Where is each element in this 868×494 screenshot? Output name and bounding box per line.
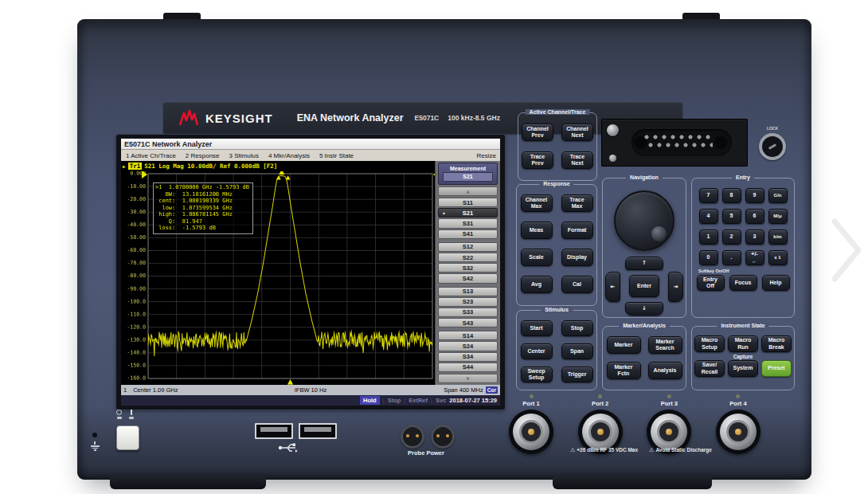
enter-button[interactable]: Enter bbox=[629, 275, 659, 297]
macro-break-button[interactable]: Macro Break bbox=[761, 335, 792, 352]
analysis-button[interactable]: Analysis bbox=[648, 362, 682, 379]
separator: | bbox=[431, 397, 432, 404]
stop-button[interactable]: Stop bbox=[561, 320, 593, 336]
probe-power-label: Probe Power bbox=[391, 449, 461, 457]
softkey-scroll-up[interactable]: ▲ bbox=[438, 186, 498, 196]
softkey-list: S11S21S31S41S12S22S32S42S13S23S33S43S14S… bbox=[438, 198, 498, 372]
test-ports: Port 1 Port 2 Port 3 Port 4 bbox=[506, 394, 763, 454]
softkey-button[interactable]: S32 bbox=[438, 263, 498, 272]
marker-button[interactable]: Marker bbox=[607, 336, 641, 354]
softkey-button[interactable]: S33 bbox=[438, 308, 498, 317]
softkey-button[interactable]: S42 bbox=[438, 273, 498, 283]
keypad-key[interactable]: G/n bbox=[768, 188, 788, 203]
plot-region: ▶ Tr1 S21 Log Mag 10.00dB/ Ref 0.000dB [… bbox=[121, 161, 435, 385]
navigation-pad: ↑ ⇤ Enter ⇥ ↓ bbox=[604, 257, 684, 316]
menu-item[interactable]: 2 Response bbox=[181, 152, 225, 159]
menu-item[interactable]: 3 Stimulus bbox=[225, 152, 264, 159]
trace-prev-button[interactable]: Trace Prev bbox=[522, 151, 553, 169]
entry-off-button[interactable]: Entry Off bbox=[697, 275, 725, 291]
format-button[interactable]: Format bbox=[561, 222, 593, 239]
cal-button[interactable]: Cal bbox=[561, 276, 593, 293]
softkey-button[interactable]: S44 bbox=[438, 363, 498, 372]
softkey-button[interactable]: S14 bbox=[438, 331, 498, 340]
keypad-key[interactable]: 8 bbox=[722, 188, 741, 203]
power-button[interactable] bbox=[116, 425, 139, 450]
preset-button[interactable]: Preset bbox=[761, 360, 792, 377]
meas-button[interactable]: Meas bbox=[521, 222, 553, 239]
start-button[interactable]: Start bbox=[521, 320, 553, 336]
center-button[interactable]: Center bbox=[521, 343, 553, 359]
nav-down-button[interactable]: ↓ bbox=[625, 302, 663, 316]
menu-item[interactable]: 4 Mkr/Analysis bbox=[264, 152, 315, 159]
softkey-button[interactable]: S31 bbox=[438, 218, 498, 228]
product-name: ENA Network Analyzer bbox=[297, 112, 404, 124]
system-button[interactable]: System bbox=[728, 360, 758, 377]
macro-setup-button[interactable]: Macro Setup bbox=[694, 335, 725, 352]
channel-prev-button[interactable]: Channel Prev bbox=[522, 124, 553, 141]
trace-next-button[interactable]: Trace Next bbox=[561, 151, 593, 169]
keypad-key[interactable]: 7 bbox=[699, 188, 718, 203]
trace-pointer-icon: ▶ bbox=[123, 163, 126, 169]
keypad-key[interactable]: 4 bbox=[699, 209, 718, 224]
keypad-key[interactable]: 6 bbox=[745, 209, 764, 224]
keypad-key[interactable]: +/- ← bbox=[745, 250, 764, 265]
softkey-button[interactable]: S23 bbox=[438, 297, 498, 307]
channel-number: 1 bbox=[123, 386, 127, 394]
channel-max-button[interactable]: Channel Max bbox=[521, 194, 553, 212]
ifbw-value: IFBW 10 Hz bbox=[295, 386, 326, 394]
nav-right-button[interactable]: ⇥ bbox=[668, 272, 683, 302]
center-frequency: Center 1.09 GHz bbox=[133, 386, 178, 394]
focus-button[interactable]: Focus bbox=[729, 275, 757, 291]
rotary-knob[interactable] bbox=[614, 190, 674, 251]
softkey-button[interactable]: S43 bbox=[438, 318, 498, 327]
help-button[interactable]: Help bbox=[762, 275, 790, 291]
keypad-key[interactable]: 3 bbox=[745, 229, 764, 245]
keypad-key[interactable]: 5 bbox=[722, 209, 741, 224]
datetime: 2018-07-27 15:29 bbox=[449, 397, 497, 404]
keypad-key[interactable]: 2 bbox=[722, 229, 741, 245]
screw-icon bbox=[607, 124, 619, 136]
section-active-channel-trace: Active Channel/Trace Channel Prev Channe… bbox=[518, 112, 597, 181]
scale-button[interactable]: Scale bbox=[521, 249, 553, 266]
softkey-scroll-down[interactable]: ▼ bbox=[438, 374, 498, 383]
section-title: Marker/Analysis bbox=[619, 323, 670, 328]
softkey-button[interactable]: S11 bbox=[438, 198, 498, 207]
hold-status-badge: Hold bbox=[360, 396, 380, 405]
keypad-key[interactable]: 9 bbox=[745, 188, 764, 203]
softkey-button[interactable]: S12 bbox=[438, 242, 498, 252]
softkey-button[interactable]: S34 bbox=[438, 352, 498, 362]
softkey-button[interactable]: S13 bbox=[438, 287, 498, 296]
keypad-key[interactable]: k/m bbox=[768, 229, 788, 245]
keylock-icon[interactable] bbox=[759, 133, 786, 160]
keypad-key[interactable]: . bbox=[722, 250, 741, 265]
marker-fctn-button[interactable]: Marker Fctn bbox=[607, 362, 641, 379]
nav-left-button[interactable]: ⇤ bbox=[605, 272, 620, 302]
keypad-key[interactable]: M/μ bbox=[768, 209, 788, 224]
nav-up-button[interactable]: ↑ bbox=[625, 257, 663, 270]
chevron-right-icon[interactable] bbox=[828, 215, 866, 285]
menu-item[interactable]: 1 Active Ch/Trace bbox=[121, 152, 181, 159]
trigger-button[interactable]: Trigger bbox=[561, 367, 593, 382]
softkey-button[interactable]: S24 bbox=[438, 341, 498, 351]
macro-run-button[interactable]: Macro Run bbox=[728, 335, 758, 352]
keypad-key[interactable]: 0 bbox=[699, 250, 718, 265]
span-button[interactable]: Span bbox=[561, 343, 593, 359]
screw-icon bbox=[609, 155, 616, 162]
menu-item[interactable]: 5 Instr State bbox=[315, 152, 358, 159]
line-on-icon bbox=[129, 410, 134, 419]
menu-item-resize[interactable]: Resize bbox=[472, 152, 500, 159]
marker-search-button[interactable]: Marker Search bbox=[648, 336, 682, 354]
channel-next-button[interactable]: Channel Next bbox=[561, 124, 593, 141]
save-recall-button[interactable]: Save/ Recall bbox=[694, 360, 725, 377]
correction-badge: Cor bbox=[486, 386, 498, 394]
keypad-key[interactable]: x 1 bbox=[768, 250, 788, 265]
avg-button[interactable]: Avg bbox=[521, 276, 553, 293]
sweep-setup-button[interactable]: Sweep Setup bbox=[521, 367, 553, 382]
keypad-key[interactable]: 1 bbox=[699, 229, 718, 245]
softkey-button[interactable]: S21 bbox=[438, 208, 498, 218]
display-button[interactable]: Display bbox=[561, 249, 593, 266]
trace-max-button[interactable]: Trace Max bbox=[561, 194, 593, 212]
softkey-button[interactable]: S22 bbox=[438, 253, 498, 262]
softkey-button[interactable]: S41 bbox=[438, 229, 498, 239]
ground-terminal bbox=[89, 433, 100, 451]
